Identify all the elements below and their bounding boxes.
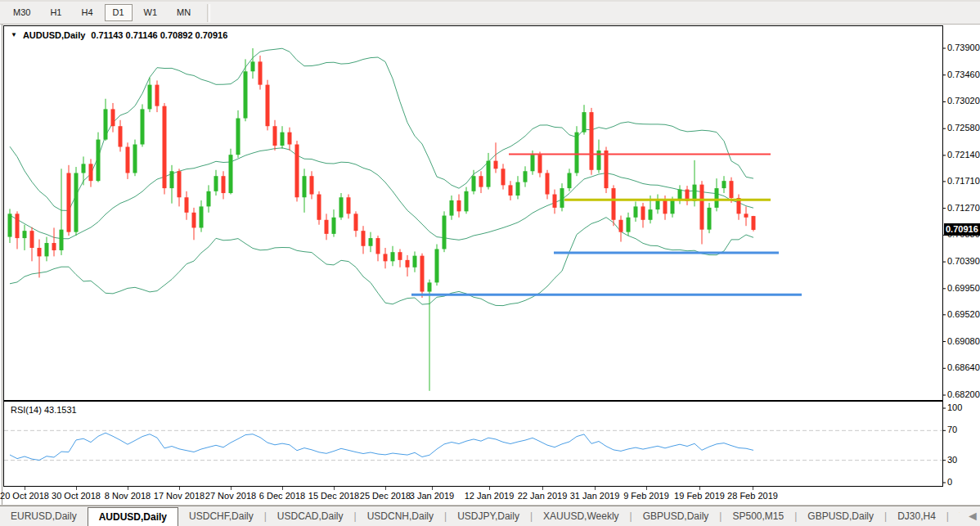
candle-body xyxy=(420,256,425,292)
price-axis-label: 0.69950 xyxy=(947,283,980,293)
main-chart-plot[interactable] xyxy=(4,26,943,401)
candle-body xyxy=(722,181,726,188)
candle-body xyxy=(553,195,557,208)
chart-dropdown-icon[interactable]: ▼ xyxy=(11,32,17,38)
tab-gbpusd-daily[interactable]: GBPUSD,Daily xyxy=(797,506,884,526)
candle-body xyxy=(163,106,167,188)
candle-body xyxy=(244,71,248,118)
tab-xauusd-weekly[interactable]: XAUUSD,Weekly xyxy=(533,506,629,526)
candle-body xyxy=(82,164,86,173)
timeframe-button-w1[interactable]: W1 xyxy=(136,4,166,21)
candle-body xyxy=(74,173,79,232)
candle-body xyxy=(155,85,160,106)
price-axis-label: 0.73020 xyxy=(947,96,980,106)
candle-body xyxy=(295,145,299,198)
candle-body xyxy=(325,220,329,234)
timeframe-toolbar: M30H1H4D1W1MN xyxy=(0,0,980,25)
candle-body xyxy=(185,197,189,213)
tab-usdchf-daily[interactable]: USDCHF,Daily xyxy=(178,506,264,526)
candle-body xyxy=(200,206,204,227)
candle-body xyxy=(560,188,564,208)
timeframe-button-d1[interactable]: D1 xyxy=(105,4,133,21)
timeframe-button-m30[interactable]: M30 xyxy=(5,4,38,21)
candle-body xyxy=(347,197,351,214)
tab-dj30-h4[interactable]: DJ30,H4 xyxy=(887,506,946,526)
date-axis-label: 28 Feb 2019 xyxy=(716,491,789,501)
candle-body xyxy=(45,243,49,256)
rsi-plot[interactable] xyxy=(4,402,943,487)
tab-usdcnh-daily[interactable]: USDCNH,Daily xyxy=(357,506,444,526)
candle-body xyxy=(23,231,27,238)
candle-body xyxy=(192,213,196,228)
candle-body xyxy=(465,191,469,212)
price-axis-label: 0.71710 xyxy=(947,176,980,186)
timeframe-button-mn[interactable]: MN xyxy=(169,4,199,21)
chart-canvas[interactable] xyxy=(0,0,980,526)
candle-body xyxy=(52,243,56,250)
tab-eurusd-daily[interactable]: EURUSD,Daily xyxy=(0,506,88,526)
candle-body xyxy=(119,126,123,146)
price-axis-label: 0.73900 xyxy=(947,43,980,52)
candle-body xyxy=(575,133,579,173)
price-axis-label: 0.69080 xyxy=(947,336,980,346)
candle-body xyxy=(428,282,432,291)
candle-body xyxy=(538,155,542,173)
candle-body xyxy=(97,140,101,182)
price-axis-label: 0.73460 xyxy=(947,70,980,79)
candle-body xyxy=(472,176,476,191)
candle-body xyxy=(516,182,520,196)
candle-body xyxy=(222,176,226,193)
candle-body xyxy=(649,209,653,220)
tab-gbpusd-daily[interactable]: GBPUSD,Daily xyxy=(632,506,720,526)
candle-body xyxy=(369,238,373,246)
candle-body xyxy=(700,185,704,230)
candle-body xyxy=(8,214,12,236)
candle-body xyxy=(744,214,748,217)
candle-body xyxy=(111,109,115,126)
candle-body xyxy=(479,176,483,187)
candle-body xyxy=(16,214,20,238)
price-axis-label: 0.71270 xyxy=(947,203,980,213)
candle-body xyxy=(207,191,211,207)
candle-body xyxy=(266,85,270,127)
timeframe-button-h4[interactable]: H4 xyxy=(73,4,101,21)
candle-body xyxy=(317,195,321,220)
candle-body xyxy=(288,133,292,145)
candle-body xyxy=(413,256,417,267)
candle-body xyxy=(641,206,645,219)
tab-sp500-m15[interactable]: SP500,M15 xyxy=(722,506,794,526)
candle-body xyxy=(133,145,137,173)
tab-usdcad-daily[interactable]: USDCAD,Daily xyxy=(267,506,354,526)
tab-usdjpy-daily[interactable]: USDJPY,Daily xyxy=(447,506,530,526)
candle-body xyxy=(170,171,174,188)
candle-body xyxy=(509,185,513,196)
price-axis-label: 0.68640 xyxy=(947,362,980,372)
mt4-window: M30H1H4D1W1MN ▼ AUDUSD,Daily 0.71143 0.7… xyxy=(0,0,980,526)
candle-body xyxy=(546,173,550,194)
candle-body xyxy=(693,185,697,201)
candle-body xyxy=(435,249,439,282)
candle-body xyxy=(214,176,218,191)
candle-body xyxy=(229,155,233,193)
candle-body xyxy=(605,151,609,188)
rsi-indicator-label: RSI(14) 43.1531 xyxy=(11,405,77,415)
tab-scroll-left-button[interactable]: ◄ xyxy=(966,509,979,524)
candle-body xyxy=(281,133,285,146)
candle-body xyxy=(612,188,616,220)
candle-body xyxy=(406,260,410,267)
candle-body xyxy=(236,119,241,155)
candle-body xyxy=(619,220,623,232)
candle-body xyxy=(391,252,395,261)
candle-body xyxy=(708,208,712,230)
timeframe-button-h1[interactable]: H1 xyxy=(42,4,70,21)
tab-tech100-d[interactable]: TECH100,D xyxy=(949,506,960,526)
chart-symbol-label: AUDUSD,Daily xyxy=(23,30,85,40)
candle-body xyxy=(67,173,71,232)
candle-body xyxy=(501,169,506,185)
candle-body xyxy=(251,61,255,71)
candle-body xyxy=(310,176,314,194)
tab-audusd-daily[interactable]: AUDUSD,Daily xyxy=(88,507,178,526)
candle-body xyxy=(332,218,336,234)
candle-body xyxy=(450,200,454,216)
candle-body xyxy=(258,61,263,84)
